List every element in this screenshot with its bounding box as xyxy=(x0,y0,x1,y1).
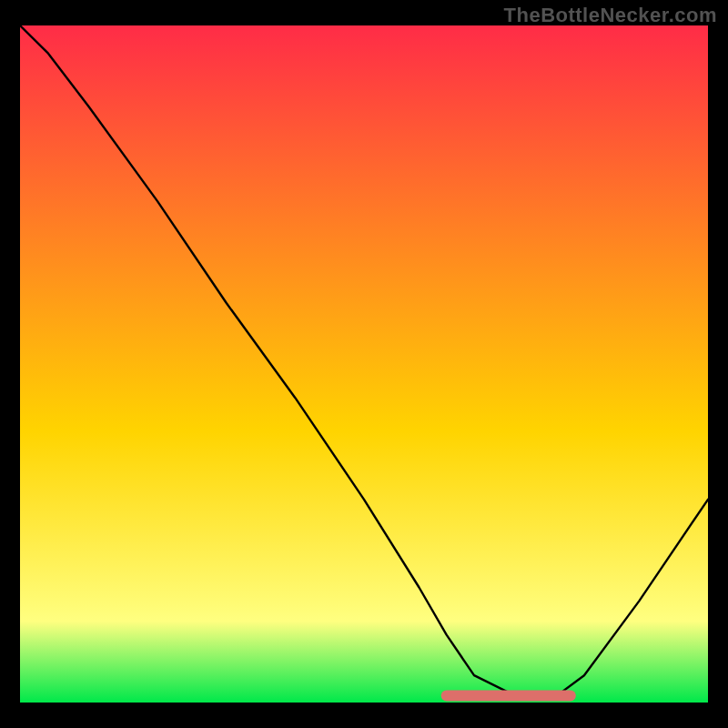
gradient-bg xyxy=(20,25,708,703)
chart-frame: TheBottleNecker.com xyxy=(0,0,728,728)
watermark-text: TheBottleNecker.com xyxy=(504,4,717,27)
plot-svg xyxy=(20,25,708,703)
plot-area xyxy=(20,25,708,703)
